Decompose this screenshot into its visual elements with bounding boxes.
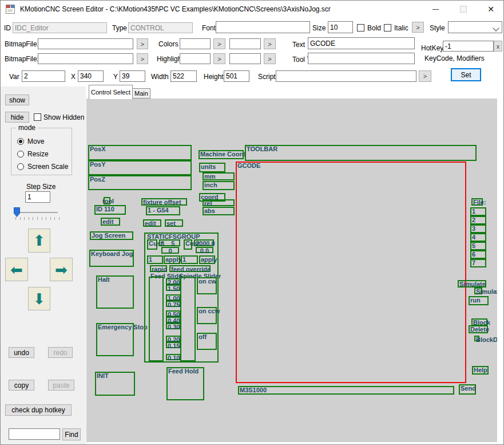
bitmapfile2-field[interactable] (38, 53, 133, 64)
feed-scale-075[interactable]: 0.75 (166, 301, 181, 307)
style-select[interactable] (448, 21, 502, 33)
color1-pick-button[interactable]: > (213, 38, 225, 49)
posz-dro[interactable]: PosZ (88, 175, 192, 190)
help-btn[interactable]: Help (472, 366, 489, 375)
find-button[interactable]: Find (62, 428, 81, 440)
spindle-on-cw-btn[interactable]: on cw (197, 277, 217, 294)
emergency-stop-btn[interactable]: Emergency Stop (96, 323, 134, 356)
feed-scale-200[interactable]: 2.00 (166, 278, 181, 285)
paste-button[interactable]: paste (48, 380, 74, 391)
show-hidden-checkbox[interactable] (34, 113, 41, 121)
width-field[interactable] (170, 70, 197, 82)
highlight1-field[interactable] (180, 53, 211, 64)
file-slot-1[interactable]: 1 (470, 207, 486, 216)
simulate-btn[interactable]: Simulate (458, 280, 486, 288)
y-field[interactable] (120, 70, 145, 82)
color1-field[interactable] (180, 38, 211, 49)
feed-scale-015[interactable]: 0.15 (166, 342, 181, 348)
file-slot-5[interactable]: 5 (470, 242, 486, 250)
feed-cust-btn[interactable]: Cust (147, 239, 157, 250)
redo-button[interactable]: redo (48, 347, 73, 358)
script-browse-button[interactable]: > (419, 70, 431, 82)
hide-button[interactable]: hide (5, 112, 29, 123)
simulate-overlap[interactable]: Simulate (474, 288, 482, 294)
file-slot-7[interactable]: 7 (470, 259, 486, 267)
fixture-select[interactable]: 1 - G54 (146, 206, 180, 215)
feed-rate-input[interactable]: 1 (147, 255, 163, 264)
spindle-value-box[interactable]: 0.0 (196, 247, 213, 253)
nudge-up-button[interactable]: ⬆ (28, 229, 50, 253)
check-dup-hotkey-button[interactable]: check dup hotkey (5, 404, 72, 416)
show-button[interactable]: show (5, 94, 29, 105)
feed-slider-track[interactable] (149, 277, 164, 361)
color2-pick-button[interactable]: > (264, 38, 276, 49)
nudge-right-button[interactable]: ➡ (50, 258, 73, 281)
block-delete-overlap[interactable]: BlockDelete (474, 336, 479, 341)
rel-btn[interactable]: rel (203, 199, 235, 206)
feed-scale-010[interactable]: 0.10 (166, 354, 181, 360)
posy-dro[interactable]: PosY (88, 160, 192, 175)
feed-apply-btn[interactable]: apply (164, 255, 180, 264)
run-btn[interactable]: run (469, 296, 489, 305)
nudge-left-button[interactable]: ⬅ (5, 258, 28, 281)
bitmapfile1-browse-button[interactable]: > (137, 38, 148, 49)
feed-scale-040[interactable]: 0.40 (166, 317, 181, 323)
inch-btn[interactable]: inch (203, 181, 235, 190)
feed-scale-100[interactable]: 1.00 (166, 294, 181, 301)
highlight2-pick-button[interactable]: > (264, 53, 276, 64)
hotkey-clear-button[interactable]: x (494, 41, 502, 52)
feed-scale-030[interactable]: 0.30 (166, 323, 181, 329)
init-btn[interactable]: INIT (95, 372, 135, 396)
spindle-apply-btn[interactable]: apply (199, 255, 215, 264)
spindle-off-btn[interactable]: off (197, 333, 217, 350)
halt-btn[interactable]: Halt (96, 275, 134, 309)
file-slot-3[interactable]: 3 (470, 225, 486, 233)
machine-coord-btn[interactable]: Machine Coord (199, 150, 244, 159)
rapid-btn[interactable]: rapid (150, 265, 167, 272)
jog-screen-btn[interactable]: Jog Screen (90, 231, 133, 240)
delete-btn[interactable]: Delete (469, 325, 488, 333)
feed-cust-values[interactable]: 3 5 (159, 239, 180, 246)
gcode-view[interactable]: GCODE (236, 162, 466, 383)
feed-hold-btn[interactable]: Feed Hold (166, 367, 204, 400)
set-button[interactable]: Set (451, 68, 481, 81)
bitmapfile1-field[interactable] (38, 38, 133, 49)
close-button[interactable]: ✕ (478, 1, 504, 18)
height-field[interactable] (224, 70, 249, 82)
file-slot-2[interactable]: 2 (470, 216, 486, 225)
tab-main[interactable]: Main (133, 88, 150, 99)
id-field[interactable] (13, 22, 107, 33)
text-field[interactable] (308, 37, 415, 49)
step-slider-thumb[interactable] (14, 207, 20, 217)
spindle-cust-btn[interactable]: Cust (184, 239, 192, 250)
var-field[interactable] (22, 70, 65, 82)
font-field[interactable] (216, 21, 310, 33)
feed-scale-020[interactable]: 0.20 (166, 336, 181, 342)
posx-dro[interactable]: PosX (88, 145, 192, 160)
x-field[interactable] (78, 70, 104, 82)
fixture-edit-btn[interactable]: edit (143, 219, 161, 227)
bold-checkbox[interactable] (357, 24, 364, 31)
spindle-cust-values[interactable]: 2000.0 (194, 239, 214, 246)
maximize-button[interactable] (450, 1, 477, 18)
send-btn[interactable]: Send (459, 384, 476, 395)
screen-scale-radio[interactable] (17, 163, 24, 170)
highlight2-field[interactable] (229, 53, 261, 64)
find-input[interactable] (9, 428, 60, 440)
step-slider-track[interactable] (15, 212, 58, 213)
toolbar-panel[interactable]: TOOLBAR (245, 145, 477, 161)
bitmapfile2-browse-button[interactable]: > (137, 53, 148, 64)
spindle-rate-input[interactable]: 1 (181, 255, 198, 264)
units-label[interactable]: units (199, 163, 225, 172)
tab-control-select[interactable]: Control Select (89, 85, 133, 99)
italic-checkbox[interactable] (384, 24, 391, 31)
file-slot-6[interactable]: 6 (470, 250, 486, 259)
feed-scale-150[interactable]: 1.50 (166, 285, 181, 291)
script-field[interactable] (276, 70, 416, 82)
keyboard-jog-btn[interactable]: Keyboard Jog (89, 250, 134, 267)
font-more-button[interactable]: > (412, 22, 424, 33)
color2-field[interactable] (229, 38, 261, 49)
screen-editor-canvas[interactable]: PosXPosYPosZMachine CoordTOOLBARGCODEuni… (86, 99, 497, 442)
tooltip-field[interactable] (308, 53, 415, 64)
move-radio[interactable] (17, 138, 24, 145)
